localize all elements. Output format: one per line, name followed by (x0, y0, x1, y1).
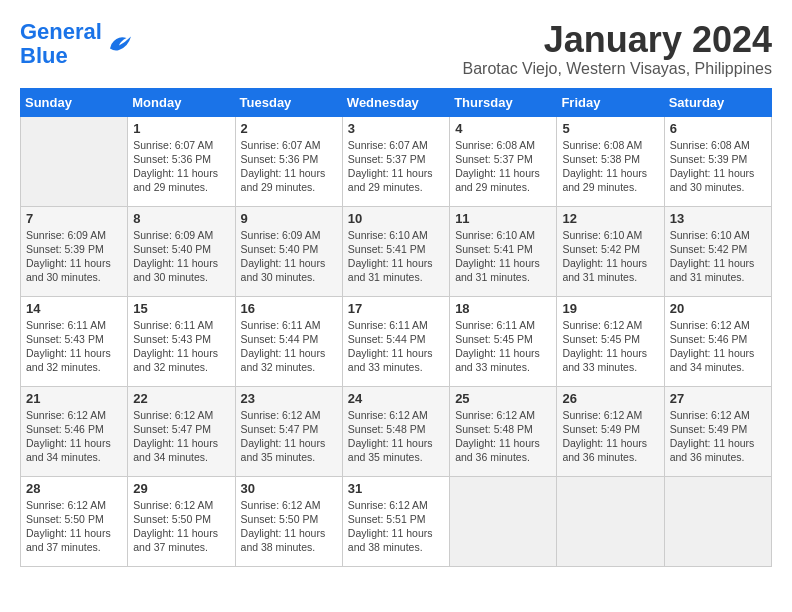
day-number: 13 (670, 211, 766, 226)
day-number: 31 (348, 481, 444, 496)
calendar-cell: 16Sunrise: 6:11 AMSunset: 5:44 PMDayligh… (235, 296, 342, 386)
cell-info: Sunrise: 6:10 AMSunset: 5:41 PMDaylight:… (348, 228, 444, 285)
calendar-cell: 27Sunrise: 6:12 AMSunset: 5:49 PMDayligh… (664, 386, 771, 476)
cell-info: Sunrise: 6:12 AMSunset: 5:48 PMDaylight:… (348, 408, 444, 465)
cell-info: Sunrise: 6:10 AMSunset: 5:42 PMDaylight:… (670, 228, 766, 285)
cell-info: Sunrise: 6:12 AMSunset: 5:47 PMDaylight:… (241, 408, 337, 465)
calendar-cell: 15Sunrise: 6:11 AMSunset: 5:43 PMDayligh… (128, 296, 235, 386)
weekday-header-row: SundayMondayTuesdayWednesdayThursdayFrid… (21, 88, 772, 116)
calendar-week-row: 7Sunrise: 6:09 AMSunset: 5:39 PMDaylight… (21, 206, 772, 296)
calendar-cell (450, 476, 557, 566)
weekday-header-cell: Friday (557, 88, 664, 116)
day-number: 18 (455, 301, 551, 316)
calendar-cell: 31Sunrise: 6:12 AMSunset: 5:51 PMDayligh… (342, 476, 449, 566)
cell-info: Sunrise: 6:10 AMSunset: 5:42 PMDaylight:… (562, 228, 658, 285)
cell-info: Sunrise: 6:09 AMSunset: 5:40 PMDaylight:… (133, 228, 229, 285)
cell-info: Sunrise: 6:12 AMSunset: 5:50 PMDaylight:… (26, 498, 122, 555)
cell-info: Sunrise: 6:12 AMSunset: 5:49 PMDaylight:… (562, 408, 658, 465)
month-title: January 2024 (463, 20, 773, 60)
weekday-header-cell: Tuesday (235, 88, 342, 116)
calendar-cell: 9Sunrise: 6:09 AMSunset: 5:40 PMDaylight… (235, 206, 342, 296)
cell-info: Sunrise: 6:08 AMSunset: 5:37 PMDaylight:… (455, 138, 551, 195)
logo: GeneralBlue (20, 20, 134, 68)
calendar-cell: 19Sunrise: 6:12 AMSunset: 5:45 PMDayligh… (557, 296, 664, 386)
calendar-cell: 7Sunrise: 6:09 AMSunset: 5:39 PMDaylight… (21, 206, 128, 296)
calendar-cell: 21Sunrise: 6:12 AMSunset: 5:46 PMDayligh… (21, 386, 128, 476)
cell-info: Sunrise: 6:12 AMSunset: 5:46 PMDaylight:… (670, 318, 766, 375)
day-number: 15 (133, 301, 229, 316)
logo-text: GeneralBlue (20, 20, 102, 68)
cell-info: Sunrise: 6:07 AMSunset: 5:36 PMDaylight:… (241, 138, 337, 195)
calendar-body: 1Sunrise: 6:07 AMSunset: 5:36 PMDaylight… (21, 116, 772, 566)
cell-info: Sunrise: 6:12 AMSunset: 5:48 PMDaylight:… (455, 408, 551, 465)
calendar-cell: 8Sunrise: 6:09 AMSunset: 5:40 PMDaylight… (128, 206, 235, 296)
calendar-cell: 20Sunrise: 6:12 AMSunset: 5:46 PMDayligh… (664, 296, 771, 386)
cell-info: Sunrise: 6:12 AMSunset: 5:51 PMDaylight:… (348, 498, 444, 555)
day-number: 21 (26, 391, 122, 406)
calendar-cell: 14Sunrise: 6:11 AMSunset: 5:43 PMDayligh… (21, 296, 128, 386)
calendar-cell: 5Sunrise: 6:08 AMSunset: 5:38 PMDaylight… (557, 116, 664, 206)
day-number: 12 (562, 211, 658, 226)
weekday-header-cell: Saturday (664, 88, 771, 116)
calendar-week-row: 21Sunrise: 6:12 AMSunset: 5:46 PMDayligh… (21, 386, 772, 476)
cell-info: Sunrise: 6:11 AMSunset: 5:44 PMDaylight:… (348, 318, 444, 375)
calendar-cell (557, 476, 664, 566)
calendar-cell: 17Sunrise: 6:11 AMSunset: 5:44 PMDayligh… (342, 296, 449, 386)
day-number: 27 (670, 391, 766, 406)
calendar-cell: 25Sunrise: 6:12 AMSunset: 5:48 PMDayligh… (450, 386, 557, 476)
logo-bird-icon (104, 29, 134, 59)
cell-info: Sunrise: 6:09 AMSunset: 5:39 PMDaylight:… (26, 228, 122, 285)
day-number: 16 (241, 301, 337, 316)
day-number: 14 (26, 301, 122, 316)
cell-info: Sunrise: 6:12 AMSunset: 5:46 PMDaylight:… (26, 408, 122, 465)
calendar-cell: 29Sunrise: 6:12 AMSunset: 5:50 PMDayligh… (128, 476, 235, 566)
cell-info: Sunrise: 6:11 AMSunset: 5:43 PMDaylight:… (26, 318, 122, 375)
calendar-week-row: 14Sunrise: 6:11 AMSunset: 5:43 PMDayligh… (21, 296, 772, 386)
calendar-cell: 12Sunrise: 6:10 AMSunset: 5:42 PMDayligh… (557, 206, 664, 296)
calendar-week-row: 1Sunrise: 6:07 AMSunset: 5:36 PMDaylight… (21, 116, 772, 206)
weekday-header-cell: Wednesday (342, 88, 449, 116)
cell-info: Sunrise: 6:12 AMSunset: 5:50 PMDaylight:… (241, 498, 337, 555)
cell-info: Sunrise: 6:12 AMSunset: 5:50 PMDaylight:… (133, 498, 229, 555)
calendar-cell: 26Sunrise: 6:12 AMSunset: 5:49 PMDayligh… (557, 386, 664, 476)
cell-info: Sunrise: 6:11 AMSunset: 5:44 PMDaylight:… (241, 318, 337, 375)
calendar-cell: 13Sunrise: 6:10 AMSunset: 5:42 PMDayligh… (664, 206, 771, 296)
calendar-week-row: 28Sunrise: 6:12 AMSunset: 5:50 PMDayligh… (21, 476, 772, 566)
calendar-table: SundayMondayTuesdayWednesdayThursdayFrid… (20, 88, 772, 567)
day-number: 5 (562, 121, 658, 136)
day-number: 10 (348, 211, 444, 226)
calendar-cell: 2Sunrise: 6:07 AMSunset: 5:36 PMDaylight… (235, 116, 342, 206)
calendar-cell: 3Sunrise: 6:07 AMSunset: 5:37 PMDaylight… (342, 116, 449, 206)
day-number: 6 (670, 121, 766, 136)
calendar-cell (21, 116, 128, 206)
day-number: 24 (348, 391, 444, 406)
day-number: 25 (455, 391, 551, 406)
calendar-cell (664, 476, 771, 566)
day-number: 11 (455, 211, 551, 226)
calendar-cell: 28Sunrise: 6:12 AMSunset: 5:50 PMDayligh… (21, 476, 128, 566)
weekday-header-cell: Sunday (21, 88, 128, 116)
day-number: 2 (241, 121, 337, 136)
cell-info: Sunrise: 6:07 AMSunset: 5:36 PMDaylight:… (133, 138, 229, 195)
calendar-cell: 30Sunrise: 6:12 AMSunset: 5:50 PMDayligh… (235, 476, 342, 566)
day-number: 20 (670, 301, 766, 316)
day-number: 17 (348, 301, 444, 316)
title-block: January 2024 Barotac Viejo, Western Visa… (463, 20, 773, 78)
cell-info: Sunrise: 6:11 AMSunset: 5:45 PMDaylight:… (455, 318, 551, 375)
day-number: 26 (562, 391, 658, 406)
cell-info: Sunrise: 6:08 AMSunset: 5:39 PMDaylight:… (670, 138, 766, 195)
calendar-cell: 6Sunrise: 6:08 AMSunset: 5:39 PMDaylight… (664, 116, 771, 206)
day-number: 3 (348, 121, 444, 136)
weekday-header-cell: Monday (128, 88, 235, 116)
cell-info: Sunrise: 6:10 AMSunset: 5:41 PMDaylight:… (455, 228, 551, 285)
cell-info: Sunrise: 6:12 AMSunset: 5:45 PMDaylight:… (562, 318, 658, 375)
calendar-cell: 24Sunrise: 6:12 AMSunset: 5:48 PMDayligh… (342, 386, 449, 476)
day-number: 28 (26, 481, 122, 496)
calendar-cell: 4Sunrise: 6:08 AMSunset: 5:37 PMDaylight… (450, 116, 557, 206)
day-number: 8 (133, 211, 229, 226)
cell-info: Sunrise: 6:09 AMSunset: 5:40 PMDaylight:… (241, 228, 337, 285)
calendar-cell: 1Sunrise: 6:07 AMSunset: 5:36 PMDaylight… (128, 116, 235, 206)
day-number: 1 (133, 121, 229, 136)
day-number: 9 (241, 211, 337, 226)
cell-info: Sunrise: 6:12 AMSunset: 5:49 PMDaylight:… (670, 408, 766, 465)
